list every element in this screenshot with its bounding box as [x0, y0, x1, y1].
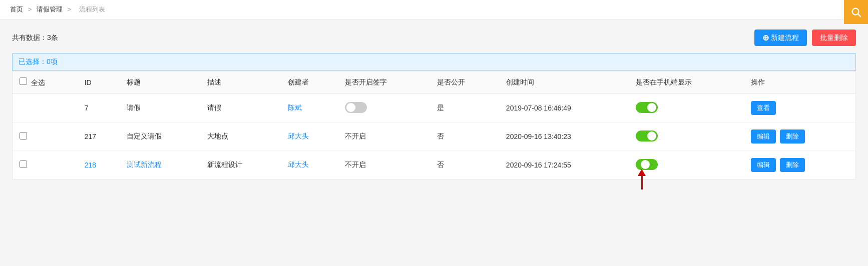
col-header-select: 全选 [13, 72, 78, 94]
row3-desc: 新流程设计 [200, 151, 281, 180]
arrow-line [641, 176, 643, 190]
row1-public: 是 [430, 94, 499, 122]
row2-checkbox[interactable] [20, 132, 27, 140]
row3-mobile-toggle[interactable] [636, 159, 658, 170]
svg-line-1 [858, 14, 860, 16]
col-header-desc: 描述 [200, 72, 281, 94]
row2-id: 217 [78, 122, 120, 151]
table-header-row: 全选 ID 标题 描述 创建者 是否开启签字 是否公开 创建时间 是否在手机端显… [13, 72, 856, 94]
col-header-mobile: 是否在手机端显示 [629, 72, 744, 94]
row3-title: 测试新流程 [120, 151, 200, 180]
row3-actions: 编辑 删除 [744, 151, 856, 180]
plus-icon: ⊕ [762, 33, 769, 42]
annotation-arrow [638, 169, 646, 190]
batch-delete-button[interactable]: 批量删除 [812, 30, 856, 46]
row1-creator-link[interactable]: 陈斌 [288, 104, 302, 112]
row3-select-cell [13, 151, 78, 180]
row1-select-cell [13, 94, 78, 122]
main-content: 共有数据：3条 ⊕ 新建流程 批量删除 已选择：0项 全选 ID 标题 描述 创… [0, 20, 868, 190]
col-header-sign: 是否开启签字 [338, 72, 430, 94]
breadcrumb-manage[interactable]: 请假管理 [37, 6, 63, 13]
select-all-checkbox[interactable] [20, 78, 27, 85]
row2-edit-button[interactable]: 编辑 [751, 130, 776, 144]
row1-creator: 陈斌 [281, 94, 338, 122]
row1-sign-toggle[interactable] [345, 102, 367, 113]
data-table: 全选 ID 标题 描述 创建者 是否开启签字 是否公开 创建时间 是否在手机端显… [12, 71, 856, 180]
row1-created: 2019-07-08 16:46:49 [499, 94, 629, 122]
row2-public: 否 [430, 122, 499, 151]
breadcrumb-home[interactable]: 首页 [10, 6, 23, 13]
row2-actions: 编辑 删除 [744, 122, 856, 151]
col-header-id: ID [78, 72, 120, 94]
row3-mobile-cell [629, 151, 744, 180]
new-flow-label: 新建流程 [771, 34, 799, 42]
row3-id: 218 [78, 151, 120, 180]
col-header-select-label: 全选 [31, 78, 45, 86]
col-header-actions: 操作 [744, 72, 856, 94]
row1-mobile-cell [629, 94, 744, 122]
new-flow-button[interactable]: ⊕ 新建流程 [754, 30, 807, 46]
row3-edit-button[interactable]: 编辑 [751, 158, 776, 172]
table-row: 218 测试新流程 新流程设计 邱大头 不开启 否 2020-09-16 17:… [13, 151, 856, 180]
row2-mobile-toggle[interactable] [636, 130, 658, 142]
breadcrumb: 首页 > 请假管理 > 流程列表 [10, 5, 108, 14]
table-row: 7 请假 请假 陈斌 是 2019-07-08 16:46:49 [13, 94, 856, 122]
col-header-created: 创建时间 [499, 72, 629, 94]
row3-creator-link[interactable]: 邱大头 [288, 160, 309, 168]
row1-view-button[interactable]: 查看 [751, 101, 776, 115]
search-icon [850, 6, 861, 18]
row1-desc: 请假 [200, 94, 281, 122]
col-header-public: 是否公开 [430, 72, 499, 94]
row2-desc: 大地点 [200, 122, 281, 151]
row1-sign [338, 94, 430, 122]
col-header-creator: 创建者 [281, 72, 338, 94]
top-right-icon[interactable] [844, 0, 868, 24]
breadcrumb-sep2: > [67, 6, 71, 13]
toolbar-actions: ⊕ 新建流程 批量删除 [754, 30, 856, 46]
row2-creator: 邱大头 [281, 122, 338, 151]
col-header-title: 标题 [120, 72, 200, 94]
row3-checkbox[interactable] [20, 160, 27, 168]
row3-title-link[interactable]: 测试新流程 [127, 160, 162, 168]
row3-created: 2020-09-16 17:24:55 [499, 151, 629, 180]
row1-mobile-toggle[interactable] [636, 102, 658, 113]
arrow-head [638, 169, 646, 176]
row2-title: 自定义请假 [120, 122, 200, 151]
row3-id-link[interactable]: 218 [85, 161, 96, 169]
row1-actions: 查看 [744, 94, 856, 122]
top-bar: 首页 > 请假管理 > 流程列表 [0, 0, 868, 20]
row1-title: 请假 [120, 94, 200, 122]
row3-creator: 邱大头 [281, 151, 338, 180]
row1-id: 7 [78, 94, 120, 122]
total-info: 共有数据：3条 [12, 34, 58, 42]
breadcrumb-sep1: > [28, 6, 32, 13]
row2-created: 2020-09-16 13:40:23 [499, 122, 629, 151]
row2-creator-link[interactable]: 邱大头 [288, 132, 309, 140]
row3-sign: 不开启 [338, 151, 430, 180]
toolbar: 共有数据：3条 ⊕ 新建流程 批量删除 [12, 30, 856, 46]
row3-public: 否 [430, 151, 499, 180]
row3-delete-button[interactable]: 删除 [780, 158, 805, 172]
row2-sign: 不开启 [338, 122, 430, 151]
row2-delete-button[interactable]: 删除 [780, 130, 805, 144]
breadcrumb-current: 流程列表 [79, 6, 105, 13]
selected-bar: 已选择：0项 [12, 53, 856, 71]
table-row: 217 自定义请假 大地点 邱大头 不开启 否 2020-09-16 13:40… [13, 122, 856, 151]
row2-mobile-cell [629, 122, 744, 151]
row2-select-cell [13, 122, 78, 151]
